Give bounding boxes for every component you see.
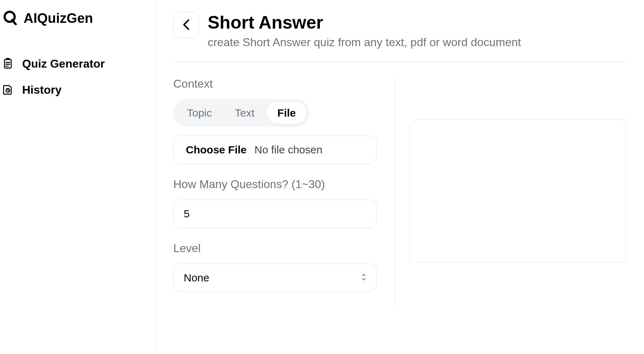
- clipboard-icon: [2, 58, 14, 70]
- form-right: [409, 77, 626, 305]
- questions-section: How Many Questions? (1~30): [173, 178, 377, 228]
- sidebar-item-label: Quiz Generator: [22, 57, 105, 70]
- context-label: Context: [173, 77, 377, 90]
- choose-file-button: Choose File: [186, 144, 247, 156]
- sidebar-item-history[interactable]: History: [0, 77, 155, 103]
- questions-input[interactable]: [173, 200, 377, 228]
- level-select-wrapper: None: [173, 264, 377, 292]
- tab-topic[interactable]: Topic: [176, 102, 223, 124]
- svg-rect-1: [5, 59, 11, 68]
- file-status: No file chosen: [254, 144, 322, 156]
- back-button[interactable]: [173, 12, 199, 38]
- sidebar-item-label: History: [22, 83, 61, 97]
- level-select[interactable]: None: [173, 264, 377, 292]
- header-text: Short Answer create Short Answer quiz fr…: [208, 12, 626, 49]
- level-section: Level None: [173, 242, 377, 292]
- form-left: Context Topic Text File Choose File No f…: [173, 77, 395, 305]
- logo-icon: [2, 10, 17, 26]
- app-logo[interactable]: AIQuizGen: [0, 10, 155, 26]
- context-section: Context Topic Text File Choose File No f…: [173, 77, 377, 164]
- sidebar-item-quiz-generator[interactable]: Quiz Generator: [0, 51, 155, 77]
- tab-text[interactable]: Text: [224, 102, 265, 124]
- sidebar: AIQuizGen Quiz Generator History: [0, 0, 155, 354]
- logo-text: AIQuizGen: [24, 11, 93, 26]
- tab-file[interactable]: File: [267, 102, 307, 124]
- context-tabs: Topic Text File: [173, 99, 309, 127]
- history-icon: [2, 84, 14, 97]
- page-header: Short Answer create Short Answer quiz fr…: [173, 12, 626, 62]
- preview-box: [409, 119, 626, 262]
- level-label: Level: [173, 242, 377, 255]
- form-area: Context Topic Text File Choose File No f…: [173, 62, 626, 305]
- questions-label: How Many Questions? (1~30): [173, 178, 377, 191]
- chevron-left-icon: [183, 19, 190, 31]
- page-title: Short Answer: [208, 12, 626, 33]
- file-input[interactable]: Choose File No file chosen: [173, 136, 377, 164]
- page-subtitle: create Short Answer quiz from any text, …: [208, 36, 626, 49]
- main-content: Short Answer create Short Answer quiz fr…: [155, 0, 644, 354]
